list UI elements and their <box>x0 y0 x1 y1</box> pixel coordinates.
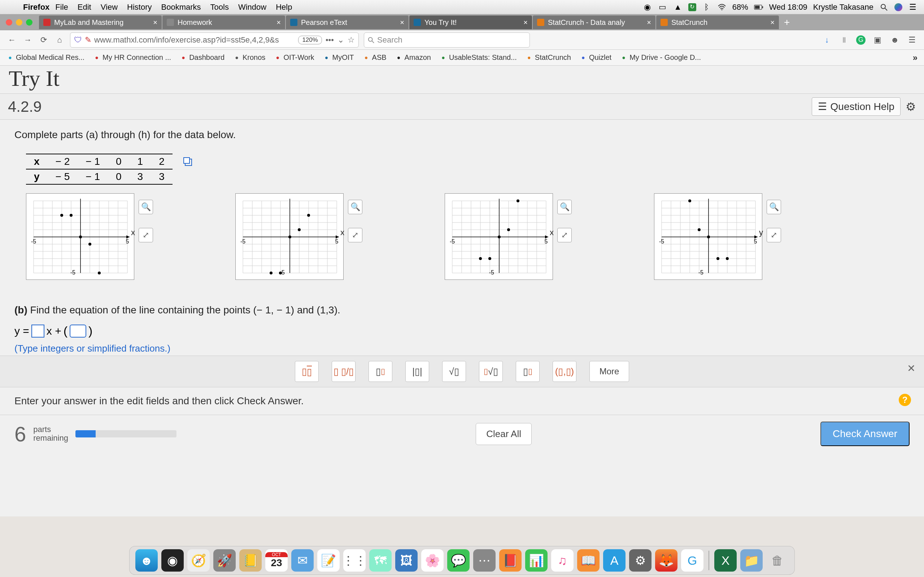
copy-table-icon[interactable] <box>185 159 192 166</box>
menu-bookmarks[interactable]: Bookmarks <box>161 3 201 12</box>
tab-0[interactable]: MyLab and Mastering× <box>39 16 162 29</box>
slope-input[interactable] <box>31 324 44 338</box>
pal-abs[interactable]: |▯| <box>405 361 429 382</box>
intercept-input[interactable] <box>69 324 86 338</box>
close-window[interactable] <box>6 19 12 26</box>
bookmark-5[interactable]: ●MyOIT <box>323 53 354 62</box>
safari-icon[interactable]: 🧭 <box>187 549 210 572</box>
pal-pair[interactable]: (▯,▯) <box>552 361 577 382</box>
wifi-icon[interactable] <box>717 4 727 10</box>
menu-history[interactable]: History <box>127 3 152 12</box>
downloads-icon[interactable]: ↓ <box>822 35 832 45</box>
minimize-window[interactable] <box>16 19 23 26</box>
settings-icon[interactable]: ⚙ <box>629 549 651 572</box>
menu-edit[interactable]: Edit <box>78 3 91 12</box>
account-icon[interactable]: ☻ <box>889 35 900 45</box>
chrome-icon[interactable]: G <box>681 549 703 572</box>
siri-icon[interactable] <box>894 3 902 11</box>
search-bar[interactable]: Search <box>364 32 530 48</box>
pal-nroot[interactable]: ▯√▯ <box>479 361 503 382</box>
menu-file[interactable]: File <box>55 3 68 12</box>
pocket-icon[interactable]: ⌄ <box>338 35 344 45</box>
new-tab-button[interactable]: + <box>780 16 794 28</box>
itunes-icon[interactable]: ♫ <box>551 549 573 572</box>
firefox-icon[interactable]: 🦊 <box>655 549 677 572</box>
appstore-icon[interactable]: A <box>603 549 625 572</box>
close-tab-icon[interactable]: × <box>153 18 157 27</box>
siri-dock-icon[interactable]: ◉ <box>162 549 184 572</box>
bookmark-6[interactable]: ●ASB <box>363 53 386 62</box>
hamburger-icon[interactable]: ☰ <box>907 35 918 45</box>
messages-icon[interactable]: 💬 <box>447 549 470 572</box>
pal-mixed[interactable]: ▯ ▯/▯ <box>332 361 355 382</box>
bookmarks-overflow[interactable]: » <box>913 53 918 63</box>
cloud-icon[interactable]: ◉ <box>643 3 652 12</box>
numbers-icon[interactable]: 📊 <box>525 549 548 572</box>
zoom-level[interactable]: 120% <box>298 36 321 44</box>
close-tab-icon[interactable]: × <box>523 18 528 27</box>
grammarly-icon[interactable]: G <box>856 35 866 45</box>
zoom-icon[interactable]: 🔍 <box>348 200 362 214</box>
library-icon[interactable]: ⫴ <box>839 35 850 45</box>
pal-sub[interactable]: ▯▯ <box>516 361 540 382</box>
trash-icon[interactable]: 🗑 <box>766 549 789 572</box>
tab-1[interactable]: Homework× <box>162 16 285 29</box>
app-name[interactable]: Firefox <box>23 3 50 12</box>
menu-help[interactable]: Help <box>276 3 292 12</box>
edit-icon[interactable]: ✎ <box>85 35 91 45</box>
help-icon[interactable]: ? <box>899 394 911 406</box>
eject-icon[interactable]: ▲ <box>673 3 683 12</box>
menu-view[interactable]: View <box>101 3 118 12</box>
expand-icon[interactable]: ⤢ <box>557 228 572 242</box>
zoom-icon[interactable]: 🔍 <box>139 200 153 214</box>
bookmark-7[interactable]: ●Amazon <box>395 53 431 62</box>
home-button[interactable]: ⌂ <box>54 35 65 45</box>
gear-icon[interactable]: ⚙ <box>906 100 916 114</box>
bookmark-0[interactable]: ●Global Medical Res... <box>6 53 84 62</box>
battery-icon[interactable] <box>754 4 763 10</box>
pal-fraction[interactable]: ▯▯ <box>295 361 319 382</box>
mail-icon[interactable]: ✉ <box>291 549 313 572</box>
contacts-icon[interactable]: 📒 <box>239 549 262 572</box>
reminders-icon[interactable]: ⋮⋮ <box>343 549 366 572</box>
bookmark-11[interactable]: ●My Drive - Google D... <box>620 53 701 62</box>
finder-icon[interactable]: ☻ <box>135 549 158 572</box>
user-name[interactable]: Krystle Takasane <box>813 3 874 12</box>
tab-2[interactable]: Pearson eText× <box>286 16 409 29</box>
launchpad-icon[interactable]: 🚀 <box>213 549 236 572</box>
menu-window[interactable]: Window <box>238 3 267 12</box>
clock[interactable]: Wed 18:09 <box>769 3 808 12</box>
pal-more[interactable]: More <box>590 361 629 382</box>
graph-option-2[interactable]: -55-5 x 🔍⤢ <box>445 193 553 281</box>
sync-icon[interactable]: ↻ <box>688 3 696 11</box>
more-icon[interactable]: ⋯ <box>473 549 496 572</box>
calendar-icon[interactable]: OCT 23 <box>265 549 288 572</box>
excel-icon[interactable]: X <box>714 549 737 572</box>
graph-option-1[interactable]: -55-5 x 🔍⤢ <box>235 193 344 281</box>
close-tab-icon[interactable]: × <box>770 18 775 27</box>
more-icon[interactable]: ••• <box>326 35 334 45</box>
menu-tools[interactable]: Tools <box>210 3 229 12</box>
expand-icon[interactable]: ⤢ <box>767 228 781 242</box>
preview-icon[interactable]: 🖼 <box>395 549 418 572</box>
back-button[interactable]: ← <box>6 35 17 45</box>
close-tab-icon[interactable]: × <box>647 18 651 27</box>
tab-3[interactable]: You Try It!× <box>409 16 532 29</box>
photos-icon[interactable]: 🌸 <box>421 549 444 572</box>
reload-button[interactable]: ⟳ <box>38 35 49 45</box>
expand-icon[interactable]: ⤢ <box>348 228 362 242</box>
bookmark-2[interactable]: ●Dashboard <box>180 53 225 62</box>
menu-icon[interactable]: ☰ <box>908 3 918 12</box>
close-tab-icon[interactable]: × <box>400 18 404 27</box>
pal-power[interactable]: ▯▯ <box>368 361 393 382</box>
bookmark-8[interactable]: ●UsableStats: Stand... <box>439 53 517 62</box>
bookmark-10[interactable]: ●Quizlet <box>580 53 611 62</box>
bookmark-9[interactable]: ●StatCrunch <box>525 53 571 62</box>
ibooks-icon[interactable]: 📖 <box>577 549 599 572</box>
forward-button[interactable]: → <box>23 35 33 45</box>
screen-icon[interactable]: ▭ <box>658 3 667 12</box>
pal-sqrt[interactable]: √▯ <box>442 361 466 382</box>
sidebar-icon[interactable]: ▣ <box>872 35 883 45</box>
zoom-icon[interactable]: 🔍 <box>557 200 572 214</box>
expand-icon[interactable]: ⤢ <box>139 228 153 242</box>
